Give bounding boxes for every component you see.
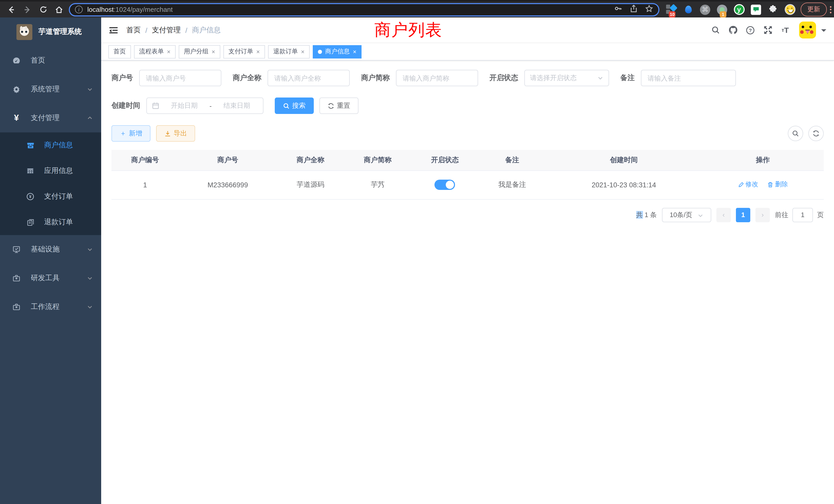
storefront-icon [25,141,36,150]
delete-link[interactable]: 删除 [768,180,788,189]
gear-icon [10,85,23,93]
browser-update-button[interactable]: 更新 [800,3,827,17]
pagination-total: 共 1 条 [636,210,657,220]
toggle-search-button[interactable] [788,126,803,141]
page-1-button[interactable]: 1 [736,208,750,222]
merchant-shortname-input[interactable] [396,70,478,86]
breadcrumb-home[interactable]: 首页 [126,25,141,35]
close-icon[interactable]: × [212,48,215,55]
sidebar-item-refund-order[interactable]: 退款订单 [0,209,101,235]
tag-merchant-info[interactable]: 商户信息× [313,45,361,58]
sidebar-item-pay-order[interactable]: ¥ 支付订单 [0,184,101,209]
font-size-icon[interactable]: тT [778,23,792,37]
svg-text:?: ? [749,27,752,33]
select-caret-icon [697,212,704,219]
close-icon[interactable]: × [256,48,260,55]
breadcrumb-current: 商户信息 [192,25,221,35]
app-title: 芋道管理系统 [39,27,82,37]
search-icon [283,102,290,109]
tag-home[interactable]: 首页 [108,45,131,58]
browser-home-button[interactable] [53,3,65,16]
sidebar-item-infrastructure[interactable]: 基础设施 [0,235,101,264]
export-button[interactable]: 导出 [156,125,195,142]
sidebar-item-system[interactable]: 系统管理 [0,75,101,104]
reset-button[interactable]: 重置 [320,97,358,114]
add-button[interactable]: ＋ 新增 [111,125,151,142]
sidebar-item-home[interactable]: 首页 [0,46,101,75]
briefcase-icon [10,274,23,282]
browser-profile-avatar[interactable] [784,4,795,15]
logo-image [17,24,32,40]
app-logo[interactable]: 芋道管理系统 [0,18,101,46]
share-icon[interactable] [630,4,638,15]
site-info-icon[interactable]: i [75,6,83,13]
address-bar[interactable]: i localhost:1024/pay/merchant [69,3,659,16]
browser-back-button[interactable] [5,3,18,16]
breadcrumb-payment[interactable]: 支付管理 [152,25,181,35]
trash-icon [768,182,774,188]
extension-command-icon[interactable]: ⌘ [699,4,711,15]
create-time-range-picker[interactable]: 开始日期 - 结束日期 [146,97,263,114]
table-row: 1 M233666999 芋道源码 芋艿 我是备注 2021-10-23 08:… [111,170,824,199]
briefcase-icon [10,303,23,311]
chevron-up-icon [87,115,93,121]
github-icon[interactable] [726,23,740,37]
header-search-icon[interactable] [709,23,722,37]
search-button[interactable]: 搜索 [275,97,314,114]
help-icon[interactable]: ? [744,23,757,37]
status-toggle[interactable] [435,180,455,190]
extension-chat-icon[interactable] [750,4,762,15]
next-page-button[interactable]: › [755,208,770,222]
remark-input[interactable] [641,70,736,86]
dashboard-icon [10,56,23,65]
chevron-down-icon [87,86,93,92]
user-avatar[interactable] [799,22,816,39]
extension-notifier-icon[interactable]: 1 [717,4,728,15]
browser-forward-button[interactable] [21,3,34,16]
screen: i localhost:1024/pay/merchant 10 ⌘ [0,0,834,504]
tag-user-group[interactable]: 用户分组× [179,45,220,58]
sidebar-fold-icon[interactable] [109,25,118,35]
cell-merchant-id: 1 [111,170,179,199]
cell-actions: 修改 删除 [702,170,824,199]
close-icon[interactable]: × [167,48,171,55]
extension-raycast-icon[interactable]: 10 [665,4,677,15]
extension-balloon-icon[interactable] [682,4,694,15]
cell-status [411,170,479,199]
select-caret-icon [597,75,603,81]
table-header-row: 商户编号 商户号 商户全称 商户简称 开启状态 备注 创建时间 操作 [111,150,824,170]
password-key-icon[interactable] [614,4,622,15]
sidebar-item-workflow[interactable]: 工作流程 [0,293,101,321]
close-icon[interactable]: × [353,48,356,55]
cell-remark: 我是备注 [479,170,546,199]
chevron-down-icon [87,304,93,310]
fullscreen-icon[interactable] [761,23,774,37]
prev-page-button[interactable]: ‹ [717,208,731,222]
calendar-icon [152,102,159,109]
sidebar-item-dev-tools[interactable]: 研发工具 [0,264,101,293]
browser-reload-button[interactable] [37,3,49,16]
user-menu-caret-icon[interactable] [821,29,826,34]
extensions-puzzle-icon[interactable] [767,4,778,15]
sidebar-item-merchant-info[interactable]: 商户信息 [0,132,101,158]
page-size-select[interactable]: 10条/页 [662,208,711,222]
sidebar-item-payment[interactable]: ¥ 支付管理 [0,104,101,132]
browser-menu-icon[interactable] [830,6,831,13]
edit-link[interactable]: 修改 [738,180,758,189]
tag-refund-order[interactable]: 退款订单× [268,45,310,58]
search-icon [792,130,799,137]
tag-process-form[interactable]: 流程表单× [134,45,176,58]
merchant-no-input[interactable] [139,70,221,86]
status-select[interactable]: 请选择开启状态 [524,70,609,86]
documents-icon [25,219,36,226]
bookmark-star-icon[interactable] [645,4,653,15]
pagination: 共 1 条 10条/页 ‹ 1 › 前往 页 [111,208,824,222]
refresh-table-button[interactable] [808,126,824,141]
tag-pay-order[interactable]: 支付订单× [223,45,265,58]
sidebar-item-app-info[interactable]: 应用信息 [0,158,101,184]
cell-short-name: 芋艿 [344,170,411,199]
close-icon[interactable]: × [301,48,305,55]
goto-page-input[interactable] [792,208,813,222]
merchant-fullname-input[interactable] [267,70,350,86]
extension-y-icon[interactable]: y [733,4,745,15]
